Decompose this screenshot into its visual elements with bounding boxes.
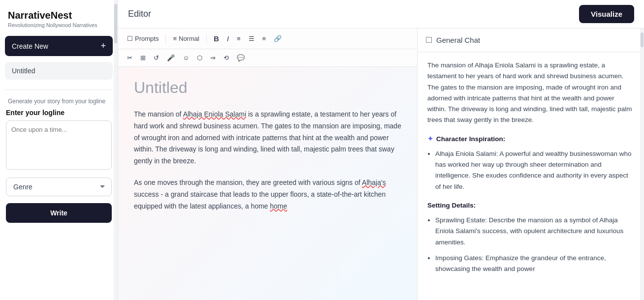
setting-item-2: Imposing Gates: Emphasize the grandeur o… [435,253,634,275]
cut-icon: ✂ [127,54,132,61]
toolbar-separator [165,34,166,44]
content-area: ☐ Prompts ≡ Normal B I ≡ [118,29,644,300]
sidebar-scrollbar-thumb [114,4,117,43]
align-center-icon: ☰ [249,35,255,42]
genre-select[interactable]: Genre Drama Comedy Thriller Romance Acti… [6,178,112,196]
chat-panel: ☐ General Chat The mansion of Alhaja Eni… [418,29,644,300]
align-right-icon: ≡ [262,35,266,42]
logline-section: Enter your logline Genre Drama Comedy Th… [0,109,118,196]
sidebar-divider [5,90,113,90]
highlighted-text-1: Alhaja Eniola Salami [183,110,246,118]
align-left-button[interactable]: ≡ [234,33,244,44]
visualize-button[interactable]: Visualize [579,5,634,23]
table-icon: ⊞ [140,54,146,61]
table-button[interactable]: ⊞ [137,52,149,63]
arrow-button[interactable]: ⇒ [207,52,219,63]
plus-icon: + [100,41,106,51]
chat-title: General Chat [436,36,480,44]
chat-icon: ☐ [425,35,432,45]
sidebar-scrollbar[interactable] [114,0,118,300]
logline-section-title: Enter your logline [6,109,112,117]
main-area: Editor Visualize ☐ Prompts ≡ Normal [118,0,644,300]
align-right-button[interactable]: ≡ [259,33,269,44]
document-body[interactable]: The mansion of Alhaja Eniola Salami is a… [134,109,401,212]
create-new-button[interactable]: Create New + [5,36,113,56]
untitled-document-item[interactable]: Untitled [5,62,113,80]
align-left-icon: ≡ [237,35,241,42]
untitled-label: Untitled [12,67,35,75]
sidebar-header: NarrativeNest Revolutionizing Nollywood … [0,0,118,32]
character-item-1: Alhaja Eniola Salami: A powerful and wea… [435,149,634,192]
highlighted-text-3: home [270,202,287,210]
chat-scrollbar-thumb [641,32,644,47]
setting-list: Sprawling Estate: Describe the mansion a… [435,215,634,274]
generate-label: Generate your story from your logline [0,98,118,109]
document-title[interactable]: Untitled [134,79,401,97]
chat-header: ☐ General Chat [418,29,644,52]
highlighted-text-2: Alhaja's [362,179,386,186]
cut-button[interactable]: ✂ [124,52,135,63]
top-bar: Editor Visualize [118,0,644,29]
align-center-button[interactable]: ☰ [246,33,258,44]
tag-button[interactable]: ⬡ [194,52,205,63]
refresh-button[interactable]: ↺ [151,52,162,63]
prompts-button[interactable]: ☐ Prompts [124,33,161,44]
paragraph-1: The mansion of Alhaja Eniola Salami is a… [134,109,401,167]
brand-name: NarrativeNest [8,10,110,21]
comment-button[interactable]: 💬 [234,52,248,63]
paragraph-2: As one moves through the mansion, they a… [134,177,401,212]
code-icon: ⟲ [224,54,229,61]
chat-content: The mansion of Alhaja Eniola Salami is a… [418,52,644,300]
mic-button[interactable]: 🎤 [164,52,178,63]
lines-icon: ≡ [173,35,177,42]
setting-section-title: Setting Details: [427,200,634,211]
character-list: Alhaja Eniola Salami: A powerful and wea… [435,149,634,192]
write-button[interactable]: Write [6,203,112,223]
create-new-label: Create New [12,42,48,50]
document-icon: ☐ [127,35,133,42]
emoji-button[interactable]: ☺ [180,52,192,63]
refresh-icon: ↺ [154,54,159,61]
editor-toolbar-row2: ✂ ⊞ ↺ 🎤 ☺ ⬡ ⇒ [118,49,417,67]
emoji-icon: ☺ [183,54,189,61]
sparkle-icon: ✦ [427,134,433,145]
logline-input[interactable] [6,120,112,170]
normal-style-button[interactable]: ≡ Normal [170,33,202,44]
chat-scrollbar[interactable] [640,29,644,300]
arrow-icon: ⇒ [210,54,216,61]
brand-tagline: Revolutionizing Nollywood Narratives [8,22,110,28]
link-icon: 🔗 [274,35,282,42]
italic-button[interactable]: I [224,32,232,45]
bold-button[interactable]: B [211,32,222,45]
toolbar-separator-2 [206,34,207,44]
editor-content[interactable]: Untitled The mansion of Alhaja Eniola Sa… [118,67,417,300]
character-section-title: ✦ Character Inspiration: [427,134,634,145]
editor-panel: ☐ Prompts ≡ Normal B I ≡ [118,29,418,300]
link-button[interactable]: 🔗 [271,33,285,44]
editor-title-label: Editor [128,9,151,19]
mic-icon: 🎤 [167,54,175,61]
editor-toolbar: ☐ Prompts ≡ Normal B I ≡ [118,29,417,49]
comment-icon: 💬 [237,54,245,61]
sidebar: NarrativeNest Revolutionizing Nollywood … [0,0,118,300]
chat-intro-paragraph: The mansion of Alhaja Eniola Salami is a… [427,60,634,126]
tag-icon: ⬡ [197,54,202,61]
setting-item-1: Sprawling Estate: Describe the mansion a… [435,215,634,248]
code-button[interactable]: ⟲ [221,52,232,63]
